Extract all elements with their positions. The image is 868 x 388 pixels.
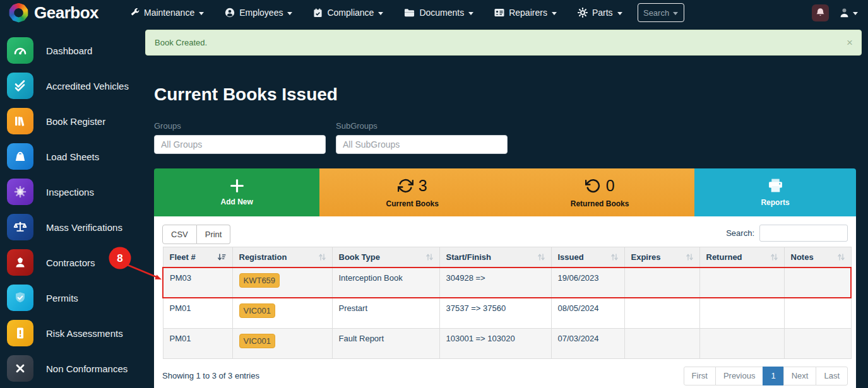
sidebar-item-mass-verifications[interactable]: Mass Verifications [0, 209, 145, 245]
expires-cell [624, 328, 699, 358]
registration-badge[interactable]: VIC001 [239, 334, 275, 348]
top-navbar: Gearbox Maintenance Employees Compliance… [0, 0, 868, 25]
user-menu-button[interactable] [839, 8, 858, 18]
current-books-tab[interactable]: 3 Current Books [319, 168, 505, 216]
column-header-expires[interactable]: Expires [624, 247, 699, 268]
table-search: Search: [726, 225, 848, 242]
sidebar-item-label: Load Sheets [46, 151, 99, 162]
issued-cell: 07/03/2024 [551, 328, 624, 358]
column-header-returned[interactable]: Returned [699, 247, 784, 268]
column-label: Returned [706, 252, 742, 262]
action-buttons-row: Add New 3 Current Books 0 Returned Books… [154, 168, 856, 216]
nav-item-employees[interactable]: Employees [225, 8, 292, 18]
column-header-notes[interactable]: Notes [784, 247, 851, 268]
returned-cell [699, 267, 784, 298]
sidebar-item-contractors[interactable]: Contractors [0, 245, 145, 280]
sidebar-item-load-sheets[interactable]: Load Sheets [0, 139, 145, 174]
notes-cell [784, 267, 851, 298]
sidebar-item-label: Dashboard [46, 45, 92, 56]
column-header-start-finish[interactable]: Start/Finish [439, 247, 551, 268]
doc-alert-icon [7, 320, 33, 346]
add-new-button[interactable]: Add New [154, 168, 319, 216]
brand-name: Gearbox [34, 3, 98, 23]
start-finish-cell: 304928 => [439, 267, 551, 298]
add-new-label: Add New [221, 197, 253, 206]
table-search-input[interactable] [759, 225, 848, 242]
nav-item-parts[interactable]: Parts [578, 8, 622, 18]
chevron-down-icon [617, 12, 622, 15]
sidebar-item-label: Risk Assessments [46, 328, 123, 339]
print-export-button[interactable]: Print [197, 225, 231, 244]
user-icon [839, 8, 850, 18]
sidebar-item-inspections[interactable]: Inspections [0, 174, 145, 209]
scales-icon [7, 214, 33, 240]
reports-button[interactable]: Reports [694, 168, 856, 216]
pagination-last-button[interactable]: Last [816, 367, 848, 385]
app-logo[interactable]: Gearbox [9, 3, 98, 23]
sidebar-item-non-conformances[interactable]: Non Conformances [0, 351, 145, 386]
sidebar-item-book-register[interactable]: Book Register [0, 103, 145, 139]
pagination-previous-button[interactable]: Previous [715, 367, 764, 385]
filters-row: Groups SubGroups [154, 121, 508, 154]
chevron-down-icon [552, 12, 557, 15]
table-row[interactable]: PM01 VIC001 Fault Report 103001 => 10302… [163, 328, 851, 358]
subgroups-input[interactable] [336, 135, 508, 154]
chevron-down-icon [468, 12, 473, 15]
x-icon [7, 355, 33, 382]
returned-books-label: Returned Books [571, 199, 629, 208]
subgroups-filter: SubGroups [336, 121, 508, 154]
sort-icon [319, 253, 326, 261]
csv-export-button[interactable]: CSV [162, 225, 197, 244]
column-header-issued[interactable]: Issued [551, 247, 624, 268]
nav-item-label: Repairers [509, 8, 547, 18]
registration-cell: KWT659 [232, 267, 332, 298]
returned-books-tab[interactable]: 0 Returned Books [505, 168, 694, 216]
table-toolbar: CSV Print Search: [162, 225, 848, 244]
navbar-search-button[interactable]: Search [638, 3, 684, 22]
nav-item-documents[interactable]: Documents [404, 8, 473, 18]
id-card-icon [494, 8, 504, 17]
groups-input[interactable] [154, 135, 326, 154]
chevron-down-icon [287, 12, 292, 15]
nav-item-repairers[interactable]: Repairers [494, 8, 557, 18]
column-label: Start/Finish [446, 252, 492, 262]
pagination-next-button[interactable]: Next [783, 367, 817, 385]
column-header-book-type[interactable]: Book Type [332, 247, 439, 268]
navbar-right [812, 4, 858, 21]
table-footer: Showing 1 to 3 of 3 entries First Previo… [162, 367, 848, 385]
sidebar-item-permits[interactable]: Permits [0, 280, 145, 315]
registration-badge[interactable]: VIC001 [239, 303, 275, 318]
nav-menu: Maintenance Employees Compliance Documen… [130, 8, 622, 18]
pagination-first-button[interactable]: First [684, 367, 716, 385]
nav-item-maintenance[interactable]: Maintenance [130, 8, 204, 18]
column-label: Expires [631, 252, 661, 262]
returned-cell [699, 298, 784, 328]
chevron-down-icon [378, 12, 383, 15]
nav-item-compliance[interactable]: Compliance [313, 8, 383, 18]
sidebar-item-dashboard[interactable]: Dashboard [0, 33, 145, 68]
navbar-search-label: Search [643, 8, 669, 18]
registration-cell: VIC001 [232, 328, 332, 358]
sidebar-item-risk-assessments[interactable]: Risk Assessments [0, 315, 145, 351]
sidebar-nav: Dashboard Accredited Vehicles Book Regis… [0, 25, 145, 388]
person-icon [225, 8, 235, 18]
sidebar-item-accredited-vehicles[interactable]: Accredited Vehicles [0, 68, 145, 103]
pagination-page-1-button[interactable]: 1 [763, 367, 783, 385]
sidebar-item-label: Non Conformances [46, 363, 128, 374]
column-header-registration[interactable]: Registration [232, 247, 332, 268]
issued-cell: 08/05/2024 [551, 298, 624, 328]
table-row[interactable]: PM01 VIC001 Prestart 37537 => 37560 08/0… [163, 298, 851, 328]
registration-badge[interactable]: KWT659 [239, 273, 280, 288]
nav-item-label: Compliance [327, 8, 374, 18]
notifications-button[interactable] [812, 4, 829, 21]
chevron-down-icon [673, 12, 678, 15]
sidebar-item-label: Accredited Vehicles [46, 81, 129, 91]
close-icon[interactable]: × [847, 30, 853, 55]
success-alert: Book Created. × [145, 30, 862, 56]
bell-icon [816, 8, 825, 18]
sort-icon [771, 253, 778, 261]
notes-cell [784, 298, 851, 328]
table-row[interactable]: PM03 KWT659 Interception Book 304928 => … [163, 267, 851, 298]
gauge-icon [7, 37, 33, 64]
column-header-fleet[interactable]: Fleet # [163, 247, 232, 268]
